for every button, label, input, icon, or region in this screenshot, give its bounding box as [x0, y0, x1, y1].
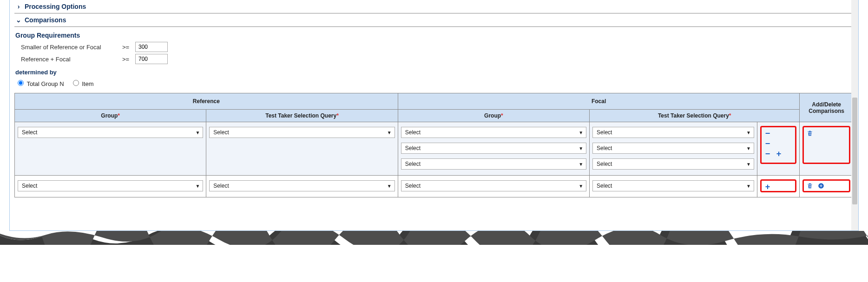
add-row-button[interactable]: [817, 182, 825, 190]
row-actions-highlight: [802, 126, 850, 164]
section-comparisons-header[interactable]: ⌄ Comparisons: [14, 13, 854, 27]
section-comparisons-title: Comparisons: [25, 16, 66, 24]
header-focal-query: Test Taker Selection Query*: [590, 110, 800, 122]
focal-actions-highlight: − − −+: [760, 126, 796, 164]
caret-down-icon: ▼: [195, 130, 200, 135]
select-value: Select: [405, 145, 421, 151]
delete-row-button[interactable]: [806, 182, 814, 190]
select-value: Select: [22, 129, 37, 136]
torn-edge-decoration: [0, 231, 868, 245]
section-processing-options-header[interactable]: › Processing Options: [14, 0, 854, 13]
caret-down-icon: ▼: [195, 184, 200, 189]
remove-focal-button[interactable]: −: [763, 139, 772, 148]
focal-group-select[interactable]: Select▼: [401, 180, 586, 191]
caret-down-icon: ▼: [746, 130, 751, 135]
radio-total-group-n[interactable]: Total Group N: [15, 79, 64, 87]
smaller-req-input[interactable]: [135, 42, 168, 52]
select-value: Select: [213, 183, 229, 189]
delete-row-button[interactable]: [806, 129, 814, 138]
ref-query-select[interactable]: Select▼: [209, 180, 395, 191]
determined-by-options: Total Group N Item: [15, 79, 854, 87]
focal-query-select[interactable]: Select▼: [592, 143, 754, 154]
trash-icon: [807, 183, 813, 189]
add-focal-button[interactable]: +: [775, 150, 783, 158]
ref-query-select[interactable]: Select ▼: [209, 127, 395, 138]
focal-group-select[interactable]: Select▼: [401, 127, 586, 138]
focal-query-select[interactable]: Select▼: [592, 158, 754, 170]
plus-circle-icon: [818, 183, 824, 189]
group-requirements-heading: Group Requirements: [15, 32, 854, 39]
caret-down-icon: ▼: [387, 184, 392, 189]
header-ref-group: Group*: [15, 110, 206, 122]
select-value: Select: [597, 129, 612, 136]
header-focal: Focal: [398, 93, 800, 110]
smaller-req-op: >=: [122, 44, 132, 51]
smaller-req-row: Smaller of Reference or Focal >=: [21, 42, 854, 52]
remove-focal-button[interactable]: −: [763, 150, 772, 158]
smaller-req-label: Smaller of Reference or Focal: [21, 44, 118, 51]
select-value: Select: [405, 129, 421, 136]
section-processing-options-title: Processing Options: [25, 3, 86, 10]
ref-group-select[interactable]: Select ▼: [18, 127, 203, 138]
focal-actions-highlight: +: [760, 179, 796, 192]
caret-down-icon: ▼: [579, 146, 583, 151]
select-value: Select: [597, 183, 612, 189]
sum-req-input[interactable]: [135, 54, 168, 64]
caret-down-icon: ▼: [579, 184, 583, 189]
header-focal-group: Group*: [398, 110, 589, 122]
table-row: Select ▼ Select ▼ Select: [15, 122, 854, 176]
sum-req-op: >=: [122, 56, 132, 63]
ref-group-select[interactable]: Select▼: [18, 180, 203, 191]
caret-down-icon: ▼: [746, 162, 751, 167]
focal-query-select[interactable]: Select▼: [592, 180, 754, 191]
focal-query-select[interactable]: Select▼: [592, 127, 754, 138]
radio-total-group-n-label: Total Group N: [26, 80, 64, 87]
chevron-down-icon: ⌄: [15, 17, 22, 23]
determined-by-heading: determined by: [15, 69, 854, 76]
vertical-scrollbar[interactable]: [851, 0, 858, 230]
radio-item-label: Item: [82, 80, 93, 87]
remove-focal-button[interactable]: −: [763, 129, 772, 138]
focal-group-select[interactable]: Select▼: [401, 158, 586, 170]
caret-down-icon: ▼: [579, 162, 583, 167]
sum-req-row: Reference + Focal >=: [21, 54, 854, 64]
focal-group-select[interactable]: Select▼: [401, 143, 586, 154]
select-value: Select: [405, 161, 421, 167]
comparisons-table: Reference Focal Add/Delete Comparisons G…: [14, 93, 854, 197]
radio-item-input[interactable]: [73, 80, 79, 86]
chevron-right-icon: ›: [15, 3, 22, 10]
add-focal-button[interactable]: +: [763, 183, 772, 191]
trash-icon: [807, 130, 813, 137]
caret-down-icon: ▼: [746, 184, 751, 189]
sum-req-label: Reference + Focal: [21, 56, 118, 63]
header-add-delete: Add/Delete Comparisons: [800, 93, 854, 122]
select-value: Select: [22, 183, 37, 189]
scrollbar-thumb[interactable]: [852, 98, 857, 204]
radio-item[interactable]: Item: [71, 79, 94, 87]
radio-total-group-n-input[interactable]: [18, 80, 24, 86]
select-value: Select: [213, 129, 229, 136]
caret-down-icon: ▼: [579, 130, 583, 135]
select-value: Select: [405, 183, 421, 189]
select-value: Select: [597, 161, 612, 167]
header-reference: Reference: [15, 93, 398, 110]
caret-down-icon: ▼: [746, 146, 751, 151]
header-ref-query: Test Taker Selection Query*: [206, 110, 398, 122]
row-actions-highlight: [802, 179, 850, 192]
select-value: Select: [597, 145, 612, 151]
table-row: Select▼ Select▼ Select▼ Select▼: [15, 176, 854, 197]
caret-down-icon: ▼: [387, 130, 392, 135]
